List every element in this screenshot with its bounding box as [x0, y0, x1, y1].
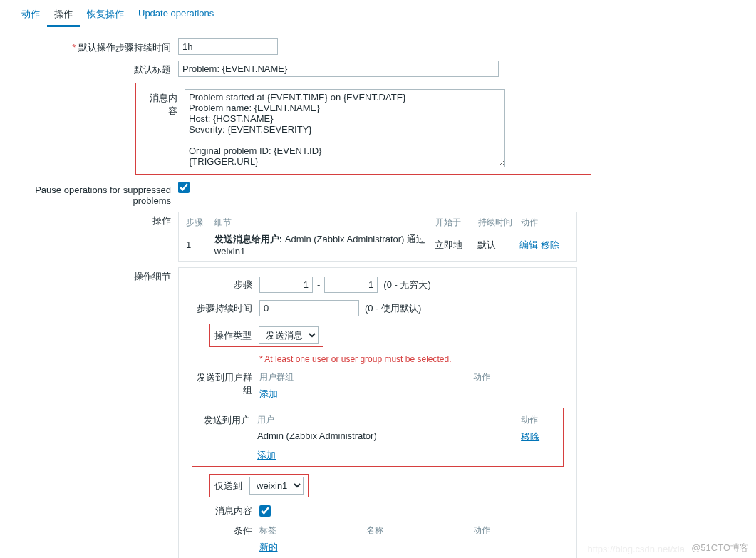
operation-details-label: 操作细节 [14, 267, 178, 283]
row-duration: 默认 [477, 239, 520, 252]
msg-content-label: 消息内容 [192, 505, 259, 517]
only-to-label: 仅送到 [214, 480, 242, 492]
msg-content-checkbox[interactable] [259, 505, 271, 517]
tab-operations[interactable]: 操作 [47, 4, 80, 27]
col-user: 用户 [257, 414, 521, 426]
remove-user-link[interactable]: 移除 [521, 431, 539, 442]
tab-action[interactable]: 动作 [14, 4, 47, 27]
add-group-link[interactable]: 添加 [259, 388, 278, 399]
watermark: @51CTO博客 [691, 542, 749, 554]
op-type-label: 操作类型 [214, 329, 252, 342]
tab-update[interactable]: Update operations [131, 4, 221, 27]
step-duration-hint: (0 - 使用默认) [365, 302, 421, 315]
send-to-groups-label: 发送到用户群组 [192, 371, 259, 397]
new-condition-link[interactable]: 新的 [259, 542, 278, 552]
step-duration-sublabel: 步骤持续时间 [192, 302, 259, 315]
operation-details-box: 步骤 - (0 - 无穷大) 步骤持续时间 (0 - 使用默认) 操作类型 [178, 267, 577, 558]
tab-recovery[interactable]: 恢复操作 [80, 4, 131, 27]
steps-label: 步骤 [192, 279, 259, 291]
col-action-cond: 动作 [473, 525, 490, 537]
op-type-select[interactable]: 发送消息 [259, 326, 319, 344]
pause-label: Pause operations for suppressed problems [14, 182, 178, 206]
col-action-users: 动作 [521, 414, 538, 426]
col-usergroup: 用户群组 [259, 371, 473, 383]
user-value: Admin (Zabbix Administrator) [257, 430, 521, 443]
col-start: 开始于 [435, 217, 478, 229]
default-step-duration-label: * 默认操作步骤持续时间 [14, 38, 178, 54]
table-row: 1 发送消息给用户: Admin (Zabbix Administrator) … [186, 233, 569, 257]
step-to-input[interactable] [324, 277, 378, 293]
tabs-bar: 动作 操作 恢复操作 Update operations [0, 0, 756, 28]
add-user-link[interactable]: 添加 [257, 450, 276, 460]
warn-text: At least one user or user group must be … [264, 354, 451, 364]
col-name-cond: 名称 [366, 525, 473, 537]
only-to-select[interactable]: weixin1 [249, 477, 304, 495]
col-action: 动作 [521, 217, 564, 229]
pause-checkbox[interactable] [178, 182, 190, 193]
default-subject-input[interactable] [178, 61, 499, 77]
operations-label: 操作 [14, 212, 178, 227]
default-subject-label: 默认标题 [14, 61, 178, 76]
step-duration-input[interactable] [259, 300, 359, 316]
col-action-groups: 动作 [473, 371, 490, 383]
watermark-faint: https://blog.csdn.net/xia [587, 544, 685, 554]
send-to-users-label: 发送到用户 [200, 414, 257, 427]
col-duration: 持续时间 [478, 217, 521, 229]
row-step-num: 1 [186, 239, 214, 250]
step-from-input[interactable] [259, 277, 313, 293]
message-textarea[interactable]: Problem started at {EVENT.TIME} on {EVEN… [185, 89, 505, 167]
steps-hint: (0 - 无穷大) [383, 279, 430, 291]
row-details: 发送消息给用户: Admin (Zabbix Administrator) 通过… [214, 233, 435, 257]
conditions-label: 条件 [192, 525, 259, 537]
col-details: 细节 [214, 217, 435, 229]
operations-table: 步骤 细节 开始于 持续时间 动作 1 发送消息给用户: Admin (Zabb… [178, 212, 577, 262]
col-label-cond: 标签 [259, 525, 366, 537]
default-step-duration-input[interactable] [178, 38, 278, 55]
edit-link[interactable]: 编辑 [519, 239, 538, 250]
row-start: 立即地 [435, 239, 477, 252]
col-steps: 步骤 [186, 217, 214, 229]
message-label: 消息内容 [143, 89, 185, 118]
remove-link[interactable]: 移除 [541, 239, 559, 250]
